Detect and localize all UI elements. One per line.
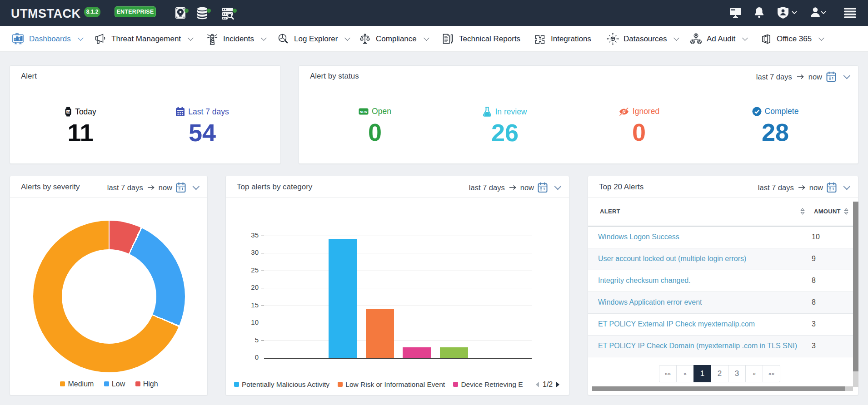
svg-text:24: 24 [66,111,70,114]
svg-text:NEW: NEW [360,110,368,114]
